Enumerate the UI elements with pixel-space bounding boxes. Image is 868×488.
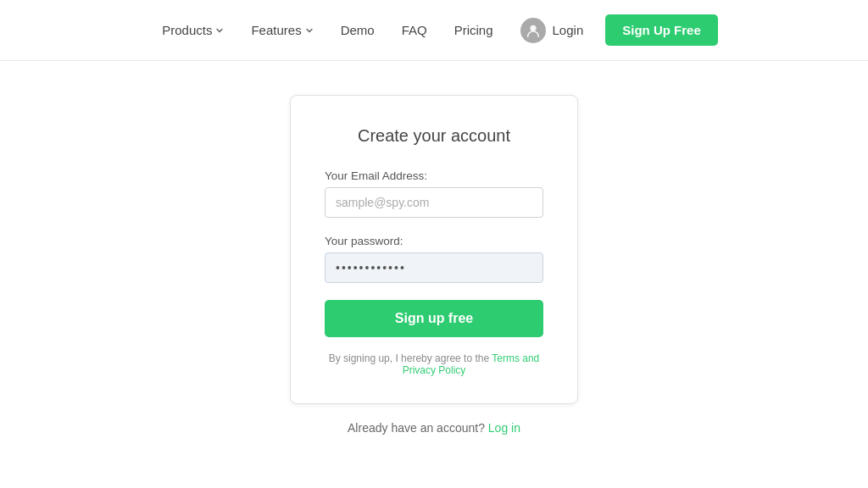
navbar: Products Features Demo FAQ Pricing [0, 0, 868, 61]
email-label: Your Email Address: [325, 169, 543, 182]
password-input[interactable] [325, 252, 543, 283]
demo-label: Demo [341, 23, 375, 37]
password-label: Your password: [325, 235, 543, 247]
nav-features[interactable]: Features [239, 16, 325, 44]
svg-point-0 [530, 25, 536, 30]
signup-nav-button[interactable]: Sign Up Free [605, 14, 718, 46]
products-label: Products [162, 23, 212, 37]
faq-label: FAQ [402, 23, 427, 37]
nav-items: Products Features Demo FAQ Pricing [150, 11, 718, 50]
nav-demo[interactable]: Demo [329, 16, 387, 44]
login-link[interactable]: Log in [488, 421, 520, 435]
password-group: Your password: [325, 235, 543, 283]
already-account-text: Already have an account? Log in [348, 421, 520, 435]
nav-products[interactable]: Products [150, 16, 236, 44]
nav-faq[interactable]: FAQ [390, 16, 439, 44]
features-label: Features [251, 23, 301, 37]
avatar-icon [520, 18, 546, 43]
login-button[interactable]: Login [509, 11, 596, 50]
login-label: Login [553, 23, 584, 37]
submit-button[interactable]: Sign up free [325, 300, 543, 337]
chevron-down-icon [215, 26, 224, 35]
chevron-down-icon [305, 26, 314, 35]
email-group: Your Email Address: [325, 169, 543, 218]
card-title: Create your account [325, 126, 543, 146]
pricing-label: Pricing [454, 23, 493, 37]
signup-card: Create your account Your Email Address: … [290, 95, 578, 404]
terms-text: By signing up, I hereby agree to the Ter… [325, 352, 543, 376]
nav-pricing[interactable]: Pricing [442, 16, 505, 44]
email-input[interactable] [325, 187, 543, 218]
main-content: Create your account Your Email Address: … [0, 61, 868, 452]
